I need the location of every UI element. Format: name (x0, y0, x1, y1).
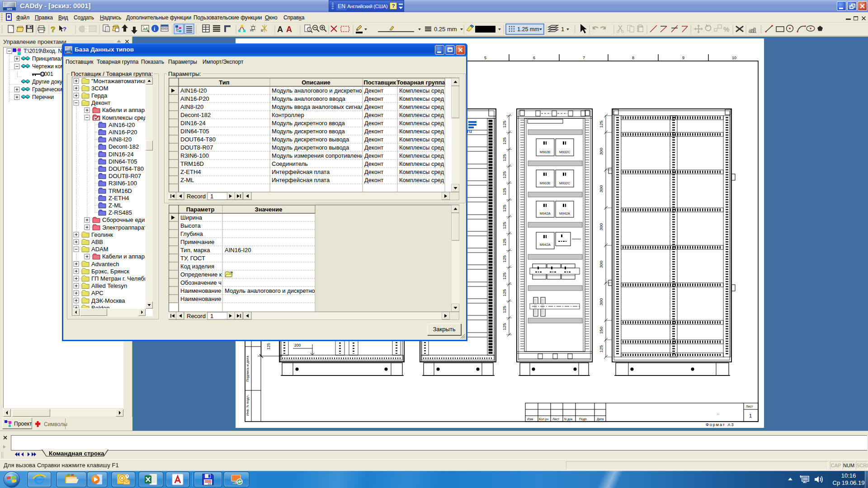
svg-text:Модуль аналогового и дискретно: Модуль аналогового и дискретного в в (225, 287, 330, 294)
svg-text:Advantech: Advantech (91, 261, 119, 267)
svg-text:Значение: Значение (255, 206, 283, 213)
svg-text:Record: Record (187, 313, 206, 319)
svg-text:ТУ, ГОСТ: ТУ, ГОСТ (180, 255, 205, 262)
svg-text:Тип, марка: Тип, марка (180, 247, 210, 253)
svg-text:300: 300 (599, 185, 604, 192)
svg-text:6: 6 (533, 56, 535, 60)
svg-text:300: 300 (599, 223, 604, 230)
svg-text:Модуль дискретного ввода: Модуль дискретного ввода (272, 128, 345, 135)
svg-text:APC: APC (91, 290, 104, 296)
svg-text:Деконт: Деконт (364, 95, 383, 102)
svg-text:Деконт: Деконт (364, 144, 383, 151)
svg-text:AIN16-P20: AIN16-P20 (108, 129, 137, 136)
svg-text:ADAM: ADAM (91, 246, 108, 253)
svg-text:Комплексы сред: Комплексы сред (399, 95, 444, 102)
svg-text:125: 125 (502, 205, 507, 212)
svg-text:125: 125 (502, 289, 507, 296)
svg-text:64·: 64· (208, 483, 212, 485)
svg-text:Примечание: Примечание (180, 239, 214, 245)
svg-text:Модуль ввода аналоговых сигнал: Модуль ввода аналоговых сигналов (272, 103, 370, 110)
svg-text:Модуль аналогового ввода: Модуль аналогового ввода (272, 95, 345, 102)
svg-text:M932C: M932C (559, 181, 571, 185)
svg-text:0.25 mm: 0.25 mm (434, 26, 457, 33)
svg-text:Деконт: Деконт (364, 112, 383, 118)
svg-text:Кабели и аппаратур: Кабели и аппаратур (102, 107, 145, 113)
svg-text:%: % (723, 25, 729, 33)
svg-text:Деконт: Деконт (364, 136, 383, 143)
svg-text:Деконт: Деконт (364, 87, 383, 94)
svg-text:N док.: N док. (564, 418, 573, 421)
svg-text:Модуль аналогового и дискретно: Модуль аналогового и дискретного в в (272, 87, 377, 94)
svg-text:1: 1 (210, 313, 213, 319)
svg-text:Сборочные единицы: Сборочные единицы (102, 216, 145, 223)
svg-text:Чертежи ком: Чертежи ком (32, 63, 64, 70)
svg-text:Деконт: Деконт (364, 128, 383, 135)
svg-text:Глубина: Глубина (180, 230, 203, 237)
svg-text:Кол.уч: Кол.уч (539, 418, 548, 421)
svg-text:Деконт: Деконт (364, 160, 383, 167)
svg-text:Комплексы сред: Комплексы сред (399, 177, 444, 183)
svg-text:Комплексы сред: Комплексы сред (399, 120, 444, 127)
svg-text:Высота: Высота (180, 222, 201, 229)
svg-text:125: 125 (502, 137, 507, 145)
svg-text:125: 125 (502, 306, 507, 313)
svg-text:Дата: Дата (597, 418, 604, 421)
svg-text:125: 125 (502, 239, 507, 246)
svg-text:Инв. N подл.: Инв. N подл. (245, 394, 250, 416)
svg-text:TRM16D: TRM16D (108, 188, 132, 194)
svg-text:Код изделия: Код изделия (180, 263, 214, 270)
svg-text:Геолинк: Геолинк (91, 231, 113, 238)
svg-text:"Монтажавтоматика": "Монтажавтоматика" (91, 78, 145, 84)
svg-text:M942A: M942A (559, 211, 570, 216)
svg-text:Кабели и аппаратур: Кабели и аппаратур (102, 253, 145, 260)
svg-text:ДЭК-Москва: ДЭК-Москва (91, 297, 125, 304)
svg-text:Перечни: Перечни (32, 94, 54, 100)
svg-text:Соединитель: Соединитель (272, 160, 308, 167)
svg-text:T:\2019\Вход. N: T:\2019\Вход. N (24, 48, 62, 54)
svg-text:10: 10 (732, 56, 736, 60)
svg-text:Z-ETH4: Z-ETH4 (108, 195, 129, 202)
svg-text:Обозначение ч: Обозначение ч (180, 279, 222, 286)
svg-text:Тип: Тип (219, 79, 229, 86)
svg-text:125: 125 (502, 154, 507, 161)
svg-text:Другие докум: Другие докум (32, 79, 66, 85)
svg-text:Комплексы сред: Комплексы сред (399, 103, 444, 110)
svg-text:R3IN6-100: R3IN6-100 (180, 152, 209, 159)
svg-text:ГП Метран г. Челябинс: ГП Метран г. Челябинс (91, 275, 145, 282)
svg-text:..: .. (717, 411, 719, 415)
svg-text:DOUT64-T80: DOUT64-T80 (180, 136, 216, 143)
svg-text:ABB: ABB (91, 239, 103, 245)
svg-text:AIN8-I20: AIN8-I20 (180, 103, 203, 110)
svg-text:M902E: M902E (540, 150, 551, 154)
svg-text:Комплексы сред: Комплексы сред (399, 152, 444, 159)
svg-text:1.25 mm: 1.25 mm (517, 26, 539, 33)
svg-text:300: 300 (599, 298, 604, 305)
svg-text:300: 300 (599, 261, 604, 268)
svg-text:Наименование: Наименование (180, 296, 221, 302)
svg-text:125: 125 (266, 343, 271, 350)
svg-text:A: A (277, 25, 283, 34)
svg-text:125: 125 (502, 222, 507, 229)
svg-text:Графические: Графические (32, 86, 66, 93)
svg-text:1: 1 (561, 26, 564, 33)
svg-text:Z-ML: Z-ML (180, 177, 194, 183)
svg-text:Лист: Лист (746, 405, 753, 408)
svg-text:Деконт: Деконт (364, 103, 383, 110)
svg-text:DIN16-24: DIN16-24 (108, 151, 134, 158)
svg-text:Ширина: Ширина (180, 214, 203, 221)
svg-text:300: 300 (599, 148, 604, 155)
svg-text:Герда: Герда (91, 92, 108, 99)
svg-text:Z-ETH4: Z-ETH4 (180, 169, 201, 175)
svg-text:Подп.: Подп. (579, 418, 588, 421)
svg-text:Принципиаль: Принципиаль (32, 56, 66, 62)
svg-text:125: 125 (502, 121, 507, 128)
svg-text:Комплексы сред: Комплексы сред (399, 169, 444, 175)
svg-text:Комплексы сред: Комплексы сред (399, 87, 444, 94)
svg-text:Комплексы сред: Комплексы сред (399, 128, 444, 135)
svg-text:125: 125 (599, 121, 604, 128)
svg-text:0001: 0001 (41, 71, 53, 77)
svg-text:150: 150 (599, 327, 604, 334)
svg-text:Поставщик: Поставщик (363, 79, 396, 86)
svg-text:3COM: 3COM (91, 85, 108, 92)
svg-text:125: 125 (502, 323, 507, 330)
